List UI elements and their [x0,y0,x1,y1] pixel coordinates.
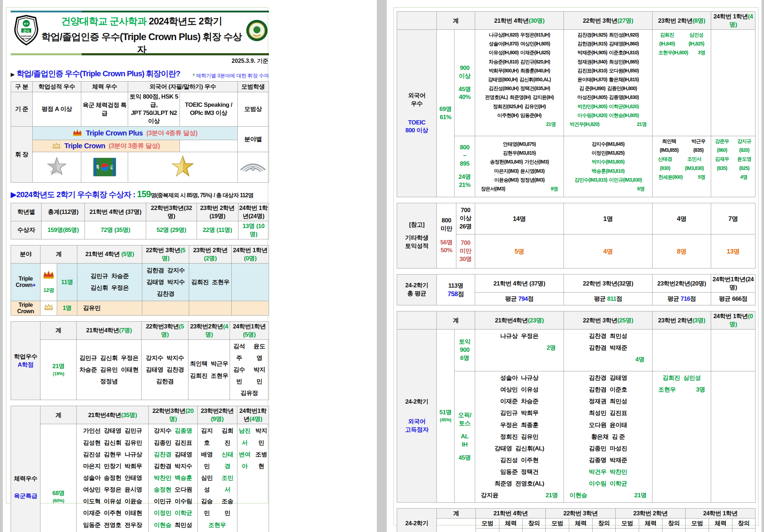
badge-stripe [113,158,115,176]
triple-crown-band: Triple Crown (3분야 3종류 달성) [33,140,180,152]
student-name: 조현우 [208,519,226,531]
col-header: 21학번4학년(35명) [77,406,149,424]
student-name: 김진성(890,IH) [489,84,518,93]
document-canvas: { "colors":{"green":"#00a040","blue":"#1… [0,0,764,532]
header-count: (5명) [121,251,134,257]
col-header: 체력 우수 [81,82,128,92]
sub-header: 창의 [663,518,686,528]
sub-header: 체력 [709,518,732,528]
roster-line: 윤이태(IH,870)황은채(IH,815) [565,75,652,84]
section-label: 체력우수 육군특급 [11,406,40,532]
crown-red-icon [43,271,55,279]
student-name: 이현승 [570,489,587,501]
col-header: 21학번 4학년 (5명) [77,245,142,263]
stack-line: (45%) [438,417,454,423]
student-name: 최민성(IH,920) [609,31,639,39]
student-name: 박건우 [589,466,607,478]
student-name: 이수림(IH,820) [577,111,607,120]
average-value: 평균 794점 [475,293,564,305]
stack-line [455,81,474,85]
roster-cell [232,263,269,301]
student-name: 정정념 [100,376,118,387]
student-name: 이주현(IH) [497,111,518,120]
criteria-header-row: 구 분 학업성적 우수 체력 우수 외국어 (자필/말하기) 우수 모범학생 [11,82,269,92]
student-name: 김진표 [610,407,627,419]
roster-line: 최인택(IM3,855)박근우(835) [653,137,710,155]
student-name: 강지규(820) [734,137,755,155]
stack-line: 총 평균 [398,290,436,298]
student-name: 차승준 [111,270,129,282]
roster-line: 조현우 [198,519,236,531]
roster-line: 신태경(830)조민서(IM3,830) [653,155,710,172]
roster-line: 김종명박재준 [565,454,652,466]
asterisk-icon: * [193,73,194,78]
stack-line: AL [455,433,474,441]
student-name: 김태영 [175,449,192,460]
student-name: 조송민 [219,495,236,519]
student-name: 이재준 [83,507,101,519]
student-name: 마성진 [610,443,627,454]
count-label: 3명 [696,384,705,395]
page-left: KY 군사 KONYANG MILITARY 건양대학교 군사학과 2024학년… [3,0,377,532]
col-header: 24학번1학년(24명) [711,275,755,293]
average-value: 평균 666점 [711,293,755,305]
student-name: 이현승(IH,805) [609,111,639,120]
badge-total: 12명 [41,287,56,294]
total-cell: 12명 [437,518,476,532]
student-name: 최성민(IH,865) [609,57,639,66]
student-name: 김희진 [663,372,680,384]
criteria-row: 기 준 평점 A 이상 육군 체력검정 특급 토익 800점, HSK 5급,J… [11,92,269,127]
stack-line: 6명 [455,354,474,362]
title-university: 건양대학교 군사학과 [61,16,147,27]
student-name: 정희진(825,IH) [493,102,523,111]
student-name: 김민규(820,IH) [520,57,550,66]
grade-summary-table: 학년별 총계(112명) 21학번 4학년 (37명) 22학번3학년(32명)… [11,203,269,239]
svg-text:KONYANG: KONYANG [21,35,32,37]
criteria-table: 구 분 학업성적 우수 체력 우수 외국어 (자필/말하기) 우수 모범학생 기… [11,81,269,183]
student-name: 오다원(IH,850) [609,66,639,75]
student-name: 최준영(IH) [510,93,531,102]
bullet-arrow-icon: ▶ [11,190,16,199]
roster-line: 나규상우정은 [476,330,563,342]
roster-line: 강지수(IM3,845) [565,140,652,149]
stack-line: 토스 [455,420,474,428]
col-header: 구 분 [11,82,33,92]
roster-cell: 김찬경김태영김한겸이준호정재권최민성최성민김진표오다원윤이태황은채김 준김종민마… [564,371,653,503]
range-cell: 900이상45명40% [455,30,475,136]
roster-line: 김현우(IM3,815) [476,149,563,157]
roster-line: 이수림이학균 [565,478,652,489]
student-name: 강민수(IM3,815) [575,176,607,184]
student-name: 김희진(IH,845) [653,31,681,48]
student-name: 김신휘 [104,437,121,449]
stack-line: 이상 [457,215,474,223]
count-cell: 8명 [653,234,711,268]
student-name: 김찬경 [154,449,172,460]
student-name: 이재준(IH,825) [520,48,550,57]
student-name: 조현우(IH,800) [658,48,688,57]
student-name: 최준영 [495,478,512,489]
student-name: 박근우(835) [687,137,710,155]
physical-body-row: 68명(60%) 가인선강태영김민규김성현김신휘김유민김진성김현우나규상마은지민… [11,424,269,532]
round-emblem-icon [246,19,268,42]
stack-line: 900 [455,64,474,72]
header-count: (4명) [249,416,262,422]
roster-line: 이재준이주현이태현 [77,507,148,519]
header-text: 21학번4학년 [86,327,119,334]
student-name: 이현승 [154,519,172,531]
roster-cell [711,30,755,136]
col-header: 24학번 1학년(0명) [711,311,755,329]
intro-heading: ▶학업/졸업인증 우수(Triple Crown Plus) 휘장이란? [11,68,180,79]
student-name: 조민서(IM3,830) [678,155,710,172]
shield-icon: KY 군사 KONYANG MILITARY [13,15,39,45]
student-name: 김종명 [175,425,192,437]
student-name: 가인선 [83,425,101,437]
stack-line: 고득점자 [398,426,436,434]
roster-line: 이수림(IH,820)이현승(IH,805) [565,111,652,120]
roster-line: 마성진(IH,805)김종명(IH,830) [565,93,652,102]
student-name: 김신휘(850,AL) [520,75,551,84]
sub-header: 체력 [569,518,593,528]
average-total-cell: 113명 758점 [437,275,475,305]
roster-cell: 가인선강태영김민규김성현김신휘김유민김진성김현우나규상마은지민창기박희무성솔아송… [77,424,149,532]
header-count: (3명) [693,317,705,324]
header-count: (5명) [243,331,256,338]
